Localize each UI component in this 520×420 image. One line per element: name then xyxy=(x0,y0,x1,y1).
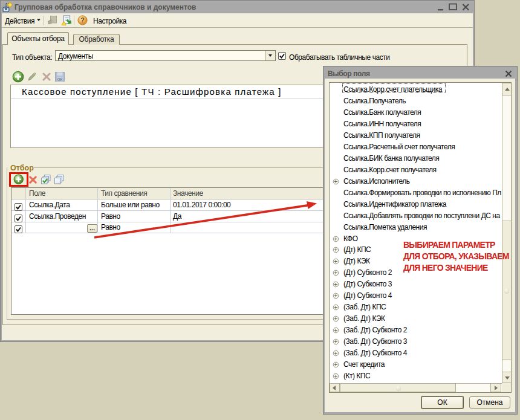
svg-text:?: ? xyxy=(80,16,84,24)
svg-text:ОК: ОК xyxy=(57,77,62,82)
